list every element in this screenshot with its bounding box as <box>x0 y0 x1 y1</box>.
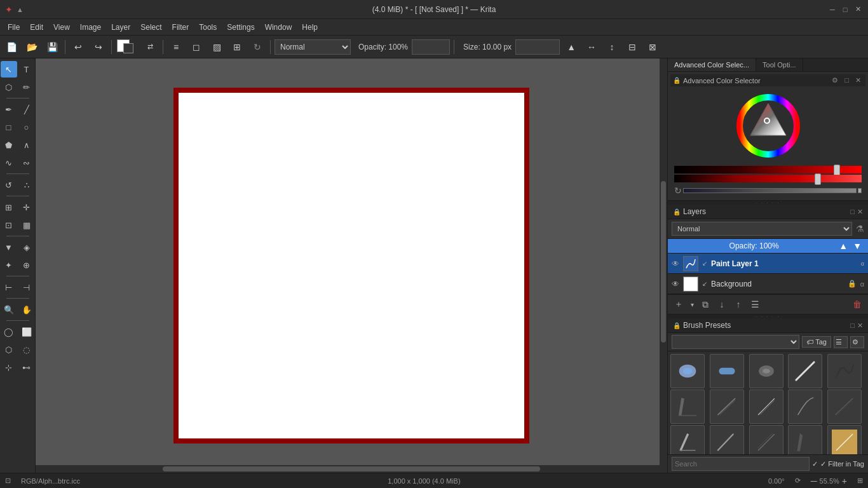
pan-tool[interactable]: ✋ <box>18 301 35 318</box>
brush-thumb-8[interactable] <box>788 390 822 424</box>
mirror-x-button[interactable]: ↔ <box>583 38 600 56</box>
transform-tool[interactable]: ⊞ <box>1 199 17 215</box>
layer-row-background[interactable]: 👁 ↙ Background 🔒 α <box>668 274 868 294</box>
canvas-vscroll-thumb[interactable] <box>661 181 666 342</box>
contiguous-selection[interactable]: ⬡ <box>1 341 17 358</box>
crop-tool[interactable]: ⊡ <box>1 217 17 233</box>
blend-mode-select[interactable]: Normal <box>275 39 351 55</box>
color-history-refresh-icon[interactable]: ↻ <box>674 186 682 196</box>
layer-row-paint[interactable]: 👁 ↙ Paint Layer 1 α <box>668 254 868 274</box>
brush-thumb-9[interactable] <box>827 390 862 424</box>
value-thumb[interactable] <box>815 173 821 185</box>
rectangular-selection[interactable]: ⬜ <box>18 323 35 340</box>
layer-vis-bg[interactable]: 👁 <box>672 280 679 288</box>
menu-item-select[interactable]: Select <box>135 22 166 33</box>
status-icon-right[interactable]: ⊞ <box>857 477 863 485</box>
canvas-hscrollbar[interactable] <box>36 465 667 473</box>
color-selector[interactable] <box>116 38 139 56</box>
menu-item-tools[interactable]: Tools <box>194 22 222 33</box>
zoom-plus-button[interactable]: + <box>842 476 847 486</box>
menu-item-window[interactable]: Window <box>260 22 297 33</box>
canvas-vscrollbar[interactable] <box>660 58 667 465</box>
move-layer-down-button[interactable]: ↓ <box>715 297 729 311</box>
wrap-mode-button[interactable]: ⊟ <box>623 38 641 56</box>
polygon-tool[interactable]: ⬟ <box>1 137 17 153</box>
opacity-input[interactable] <box>412 39 450 55</box>
brush-thumb-5[interactable] <box>670 390 705 424</box>
canvas-hscroll-thumb[interactable] <box>163 466 540 471</box>
size-input[interactable] <box>515 39 560 55</box>
menu-item-view[interactable]: View <box>48 22 75 33</box>
layer-properties-button[interactable]: ☰ <box>748 297 762 311</box>
color-panel-settings-icon[interactable]: ⚙ <box>830 76 840 85</box>
freehand-brush-tool[interactable]: ✒ <box>1 101 17 118</box>
freehand-select-tool[interactable]: ✏ <box>18 79 35 95</box>
brush-presets-button[interactable]: ≡ <box>167 38 185 56</box>
brush-thumb-3[interactable] <box>788 354 822 388</box>
brush-thumb-10[interactable] <box>670 425 705 454</box>
text-tool[interactable]: T <box>18 61 35 78</box>
layer-blend-select[interactable]: Normal <box>672 222 852 236</box>
ellipse-tool[interactable]: ○ <box>18 119 35 135</box>
fill-tool[interactable]: ▼ <box>1 239 17 255</box>
new-button[interactable]: 📄 <box>3 38 20 56</box>
menu-item-settings[interactable]: Settings <box>222 22 259 33</box>
assistant-tool[interactable]: ⊕ <box>18 257 35 273</box>
brush-thumb-11[interactable] <box>710 425 744 454</box>
multibrush-tool[interactable]: ∴ <box>18 177 35 193</box>
titlebar-maximize[interactable]: □ <box>840 4 850 15</box>
hue-gradient-bar[interactable] <box>674 166 862 173</box>
brush-expand-icon[interactable]: □ <box>850 322 855 330</box>
move-tool[interactable]: ✛ <box>18 199 35 215</box>
zoom-minus-button[interactable]: ─ <box>811 476 817 486</box>
brush-thumb-14[interactable] <box>827 425 862 454</box>
dynamic-brush-tool[interactable]: ↺ <box>1 177 17 193</box>
bezier-tool[interactable]: ∿ <box>1 154 17 171</box>
status-icon-left[interactable]: ⊡ <box>5 477 11 485</box>
titlebar-minimize[interactable]: ─ <box>827 4 837 15</box>
smart-patch-tool[interactable]: ◈ <box>18 239 35 255</box>
rectangle-tool[interactable]: □ <box>1 119 17 135</box>
refresh-button[interactable]: ↻ <box>248 38 266 56</box>
similar-selection[interactable]: ◌ <box>18 341 35 358</box>
undo-button[interactable]: ↩ <box>69 38 87 56</box>
zoom-tool[interactable]: 🔍 <box>1 301 17 318</box>
lock-alpha-button[interactable]: ⊠ <box>644 38 661 56</box>
elliptical-selection[interactable]: ◯ <box>1 323 17 340</box>
open-button[interactable]: 📂 <box>23 38 41 56</box>
select-tool[interactable]: ↖ <box>1 61 17 78</box>
brush-thumb-6[interactable] <box>710 390 744 424</box>
color-sampler-tool[interactable]: ✦ <box>1 257 17 273</box>
tab-advanced-color-selector[interactable]: Advanced Color Selec... <box>668 58 756 71</box>
brush-thumb-12[interactable] <box>749 425 783 454</box>
brush-thumb-7[interactable] <box>749 390 783 424</box>
shape-select-tool[interactable]: ⬡ <box>1 79 17 95</box>
redo-button[interactable]: ↪ <box>90 38 107 56</box>
titlebar-close[interactable]: ✕ <box>853 4 863 15</box>
brush-search-input[interactable] <box>672 457 810 471</box>
color-wheel-svg[interactable] <box>736 94 800 158</box>
brush-settings-button[interactable]: ⚙ <box>850 336 864 348</box>
gradient-tool[interactable]: ▦ <box>18 217 35 233</box>
menu-item-layer[interactable]: Layer <box>106 22 135 33</box>
brush-close-icon[interactable]: ✕ <box>857 322 863 330</box>
brush-thumb-4[interactable] <box>827 354 862 388</box>
layers-opacity-stepper-down[interactable]: ▼ <box>850 241 864 251</box>
menu-item-image[interactable]: Image <box>75 22 106 33</box>
layers-close-icon[interactable]: ✕ <box>857 208 863 216</box>
brush-thumb-0[interactable] <box>670 354 705 388</box>
canvas-area[interactable] <box>36 58 667 473</box>
move-layer-up-button[interactable]: ↑ <box>731 297 745 311</box>
brush-thumb-1[interactable] <box>710 354 744 388</box>
measure-tool[interactable]: ⊢ <box>1 279 17 295</box>
add-layer-button[interactable]: ＋ <box>672 297 686 311</box>
line-tool[interactable]: ╱ <box>18 101 35 118</box>
menu-item-help[interactable]: Help <box>297 22 323 33</box>
layer-filter-icon[interactable]: ⚗ <box>856 224 864 234</box>
tag-button[interactable]: 🏷 Tag <box>802 336 831 348</box>
canvas[interactable] <box>173 88 529 444</box>
color-panel-close-icon[interactable]: ✕ <box>853 76 863 85</box>
eraser-button[interactable]: ◻ <box>187 38 205 56</box>
add-layer-menu-button[interactable]: ▾ <box>688 297 696 311</box>
system-menu-icon[interactable]: ▲ <box>17 6 24 13</box>
